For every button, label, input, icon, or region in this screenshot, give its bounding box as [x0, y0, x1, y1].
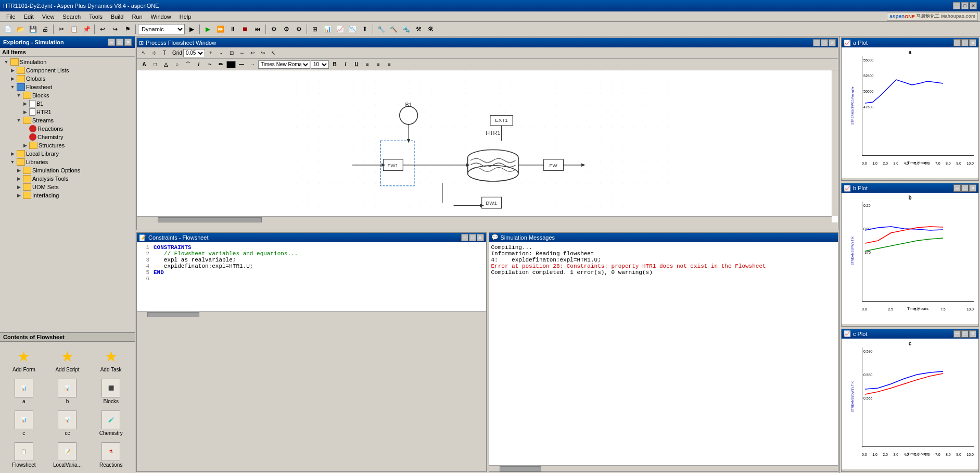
tree-streams[interactable]: ▼ Streams	[1, 116, 134, 125]
gear3-btn[interactable]: ⚙	[293, 23, 304, 35]
content-add-script[interactable]: ★ Add Script	[47, 345, 88, 375]
expand-structures[interactable]: ▶	[22, 142, 28, 148]
draw-color-btn[interactable]	[226, 61, 236, 68]
draw-bezier-btn[interactable]: ~	[205, 60, 215, 69]
menu-search[interactable]: Search	[58, 13, 85, 21]
content-flowsheet[interactable]: 📋 Flowsheet	[3, 440, 45, 470]
export-btn[interactable]: ⬆	[359, 23, 371, 35]
constraints-close-btn[interactable]: ✕	[477, 234, 484, 241]
draw-line-btn[interactable]: /	[194, 60, 204, 69]
align-right-btn[interactable]: ≡	[384, 60, 394, 69]
close-btn[interactable]: ✕	[970, 2, 977, 9]
content-chemistry[interactable]: 🧪 Chemistry	[90, 408, 132, 438]
tree-uom-sets[interactable]: ▶ UOM Sets	[1, 183, 134, 191]
tree-sim-options[interactable]: ▶ Simulation Options	[1, 166, 134, 175]
chart3-btn[interactable]: 📉	[347, 23, 358, 35]
plot-c-min-btn[interactable]: ─	[953, 330, 961, 338]
special-btn[interactable]: ⚑	[122, 23, 133, 35]
draw-arc-btn[interactable]: ⌒	[183, 60, 193, 69]
tree-simulation[interactable]: ▼ Simulation	[1, 58, 134, 66]
maximize-btn[interactable]: □	[961, 2, 969, 9]
new-btn[interactable]: 📄	[2, 23, 14, 35]
constraints-scrollbar[interactable]	[137, 311, 486, 317]
flowsheet-scroll-thumb[interactable]	[158, 217, 262, 222]
fs-select-btn[interactable]: ⊹	[149, 48, 159, 58]
tree-flowsheet[interactable]: ▼ Flowsheet	[1, 83, 134, 91]
content-cc[interactable]: 📊 cc	[47, 408, 88, 438]
draw-circle-btn[interactable]: ○	[172, 60, 182, 69]
content-blocks[interactable]: ⬛ Blocks	[90, 377, 132, 406]
fs-fit-btn[interactable]: ⊡	[227, 48, 236, 58]
mode-selector[interactable]: Dynamic Steady State Initialization	[138, 24, 185, 34]
plot-c-close-btn[interactable]: ✕	[969, 330, 976, 338]
align-center-btn[interactable]: ≡	[373, 60, 384, 69]
flowsheet-hscrollbar[interactable]	[137, 216, 832, 222]
bold-btn[interactable]: B	[329, 60, 340, 69]
chart-btn[interactable]: 📊	[322, 23, 333, 35]
expand-libraries[interactable]: ▼	[9, 159, 16, 165]
sidebar-close-btn[interactable]: ✕	[124, 39, 132, 46]
menu-run[interactable]: Run	[128, 13, 146, 21]
size-selector[interactable]: 10 12 14	[311, 60, 329, 69]
flowsheet-canvas[interactable]: B1 HTR1 EXT1	[137, 70, 838, 222]
fs-undo-btn[interactable]: ↩	[248, 48, 257, 58]
tools2-btn[interactable]: 🔨	[388, 23, 399, 35]
font-selector[interactable]: Times New Roman Arial Courier New	[258, 60, 310, 69]
plot-a-close-btn[interactable]: ✕	[969, 39, 976, 46]
plot-b-close-btn[interactable]: ✕	[969, 184, 976, 192]
expand-simulation[interactable]: ▼	[3, 59, 9, 65]
undo-btn[interactable]: ↩	[97, 23, 108, 35]
save-btn[interactable]: 💾	[27, 23, 39, 35]
tree-chemistry[interactable]: Chemistry	[1, 133, 134, 141]
content-c[interactable]: 📊 c	[3, 408, 45, 438]
draw-poly-btn[interactable]: △	[161, 60, 171, 69]
tree-libraries[interactable]: ▼ Libraries	[1, 158, 134, 166]
tools3-btn[interactable]: 🔩	[400, 23, 412, 35]
fs-pointer-btn[interactable]: ↖	[139, 48, 148, 58]
tree-htr1[interactable]: ▶ HTR1	[1, 108, 134, 116]
grid-selector[interactable]: 0.05 0.1	[183, 49, 205, 57]
flowsheet-close-btn[interactable]: ✕	[829, 39, 836, 46]
expand-b1[interactable]: ▶	[22, 101, 28, 107]
print-btn[interactable]: 🖨	[40, 23, 51, 35]
sidebar-min-btn[interactable]: ─	[108, 39, 115, 46]
paste-btn[interactable]: 📌	[81, 23, 92, 35]
draw-paint-btn[interactable]: ✏	[215, 60, 226, 69]
constraints-min-btn[interactable]: ─	[461, 234, 468, 241]
fs-zoom-in-btn[interactable]: +	[206, 48, 215, 58]
redo-btn[interactable]: ↪	[109, 23, 121, 35]
expand-uomsets[interactable]: ▶	[16, 184, 22, 190]
prev-btn[interactable]: ⏮	[252, 23, 263, 35]
expand-interfacing[interactable]: ▶	[16, 192, 22, 198]
messages-scrollbar[interactable]	[489, 465, 838, 471]
plot-c-max-btn[interactable]: □	[961, 330, 969, 338]
tools5-btn[interactable]: 🛠	[425, 23, 437, 35]
expand-htr1[interactable]: ▶	[22, 109, 28, 115]
fs-text-btn[interactable]: T	[160, 48, 169, 58]
draw-line-style-btn[interactable]: —	[236, 60, 247, 69]
tree-local-library[interactable]: ▶ Local Library	[1, 150, 134, 158]
fs-move-btn[interactable]: ↔	[237, 48, 247, 58]
plot-a-min-btn[interactable]: ─	[953, 39, 961, 46]
menu-window[interactable]: Window	[147, 13, 175, 21]
stop-btn[interactable]: ⏹	[239, 23, 251, 35]
sidebar-max-btn[interactable]: □	[116, 39, 123, 46]
plot-b-max-btn[interactable]: □	[961, 184, 969, 192]
menu-help[interactable]: Help	[175, 13, 196, 21]
copy-btn[interactable]: 📋	[68, 23, 80, 35]
draw-text-btn[interactable]: A	[139, 60, 149, 69]
flowsheet-min-btn[interactable]: ─	[813, 39, 820, 46]
tree-analysis-tools[interactable]: ▶ Analysis Tools	[1, 175, 134, 183]
plot-b-min-btn[interactable]: ─	[953, 184, 961, 192]
constraints-code-area[interactable]: 1 CONSTRAINTS 2 // Flowsheet variables a…	[137, 242, 486, 311]
tree-blocks[interactable]: ▼ Blocks	[1, 91, 134, 99]
expand-blocks[interactable]: ▼	[16, 92, 22, 98]
open-btn[interactable]: 📂	[15, 23, 26, 35]
expand-simoptions[interactable]: ▶	[16, 167, 22, 173]
tree-b1[interactable]: ▶ B1	[1, 99, 134, 108]
tree-globals[interactable]: ▶ Globals	[1, 74, 134, 83]
pause-btn[interactable]: ⏸	[227, 23, 238, 35]
expand-flowsheet[interactable]: ▼	[9, 84, 16, 90]
fs-cursor-btn[interactable]: ↖	[269, 48, 278, 58]
menu-edit[interactable]: Edit	[20, 13, 38, 21]
